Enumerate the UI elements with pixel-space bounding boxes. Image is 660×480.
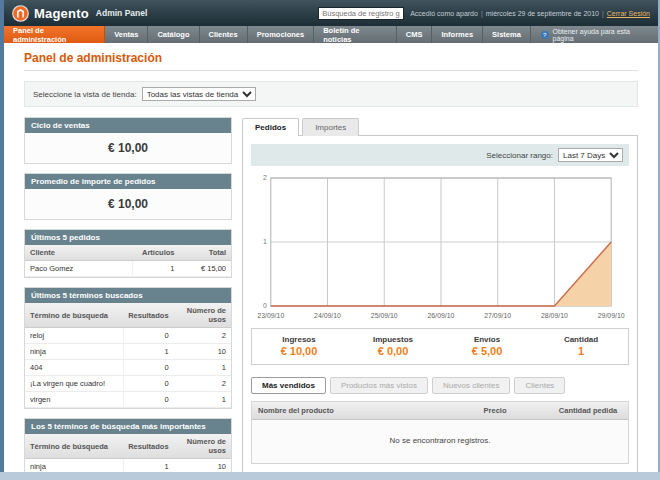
left-column: Ciclo de ventas € 10,00 Promedio de impo… (24, 117, 232, 472)
page-edge-left (0, 0, 4, 472)
average-order-title: Promedio de importe de pedidos (25, 174, 231, 189)
svg-text:28/09/10: 28/09/10 (541, 312, 568, 319)
svg-text:1: 1 (263, 238, 267, 245)
range-select[interactable]: Last 7 Days (558, 148, 623, 162)
nav-item-clientes[interactable]: Clientes (200, 26, 248, 43)
help-icon: ? (541, 31, 549, 39)
products-table: Nombre del producto Precio Cantidad pedi… (252, 402, 628, 463)
global-search-input[interactable] (318, 7, 404, 20)
range-bar: Seleccionar rango: Last 7 Days (251, 144, 629, 166)
nav-item-boletin[interactable]: Boletín de noticias (314, 26, 397, 43)
nav-item-catalogo[interactable]: Catálogo (148, 26, 199, 43)
lifetime-sales-value: € 10,00 (25, 133, 231, 163)
table-row: ninja110 (25, 344, 231, 360)
col-header: Cantidad pedida (553, 402, 628, 420)
empty-row: No se encontraron registros. (252, 420, 628, 464)
col-header: Término de búsqueda (25, 303, 123, 328)
col-header: Artículos (132, 245, 179, 261)
stat-value: € 10,00 (252, 345, 346, 357)
header-right: Accedió como apardo|miércoles 29 de sept… (318, 7, 650, 20)
last-orders-title: Últimos 5 pedidos (25, 230, 231, 245)
tab-pedidos[interactable]: Pedidos (242, 118, 299, 136)
tab-mas-vendidos[interactable]: Más vendidos (251, 377, 326, 394)
top-search-table: Término de búsqueda Resultados Número de… (25, 434, 231, 472)
tab-importes[interactable]: Importes (302, 118, 359, 136)
last-search-table: Término de búsqueda Resultados Número de… (25, 303, 231, 408)
stat-value: 1 (534, 345, 628, 357)
col-header: Número de usos (174, 434, 231, 459)
table-row: ¡La virgen que cuadro!02 (25, 376, 231, 392)
logo-text: Magento (34, 6, 89, 21)
content-area: Panel de administración Seleccione la vi… (4, 43, 658, 472)
col-header: Término de búsqueda (25, 434, 123, 459)
stat-label: Ingresos (252, 335, 346, 344)
dashboard-tab-content: Seleccionar rango: Last 7 Days 01223/09/… (242, 135, 638, 472)
logout-link[interactable]: Cerrar Sesión (607, 10, 650, 17)
tab-clientes[interactable]: Clientes (514, 377, 565, 394)
session-info: Accedió como apardo|miércoles 29 de sept… (410, 10, 650, 17)
bottom-tabs: Más vendidos Productos más vistos Nuevos… (251, 377, 629, 394)
stat-ingresos: Ingresos € 10,00 (252, 335, 346, 357)
svg-text:27/09/10: 27/09/10 (484, 312, 511, 319)
last-orders-panel: Últimos 5 pedidos Cliente Artículos Tota… (24, 229, 232, 278)
browser-viewport: Magento Admin Panel Accedió como apardo|… (0, 0, 660, 480)
stat-value: € 0,00 (346, 345, 440, 357)
stat-impuestos: Impuestos € 0,00 (346, 335, 440, 357)
svg-text:0: 0 (263, 302, 267, 309)
nav-item-cms[interactable]: CMS (397, 26, 433, 43)
nav-item-sistema[interactable]: Sistema (483, 26, 531, 43)
orders-chart-svg: 01223/09/1024/09/1025/09/1026/09/1027/09… (251, 172, 629, 322)
nav-item-promociones[interactable]: Promociones (248, 26, 315, 43)
col-header: Resultados (123, 303, 173, 328)
lifetime-sales-panel: Ciclo de ventas € 10,00 (24, 117, 232, 164)
tab-nuevos-clientes[interactable]: Nuevos clientes (432, 377, 510, 394)
nav-item-ventas[interactable]: Ventas (105, 26, 148, 43)
store-view-select[interactable]: Todas las vistas de tienda (142, 87, 256, 101)
right-column: Pedidos Importes Seleccionar rango: Last… (242, 117, 638, 472)
help-label: Obtener ayuda para esta página (553, 28, 649, 42)
help-link[interactable]: ? Obtener ayuda para esta página (531, 26, 658, 43)
tab-productos-mas-vistos[interactable]: Productos más vistos (330, 377, 428, 394)
stat-cantidad: Cantidad 1 (534, 335, 628, 357)
stat-value: € 5,00 (440, 345, 534, 357)
nav-item-dashboard[interactable]: Panel de administración (4, 26, 105, 43)
stats-box: Ingresos € 10,00 Impuestos € 0,00 Envíos… (251, 328, 629, 365)
magento-logo-icon (12, 5, 29, 22)
svg-text:2: 2 (263, 174, 267, 181)
main-nav: Panel de administración Ventas Catálogo … (4, 26, 658, 43)
col-header: Total (179, 245, 231, 261)
col-header: Número de usos (174, 303, 231, 328)
logged-in-as: Accedió como apardo (410, 10, 478, 17)
svg-text:25/09/10: 25/09/10 (371, 312, 398, 319)
svg-text:23/09/10: 23/09/10 (257, 312, 284, 319)
svg-text:26/09/10: 26/09/10 (428, 312, 455, 319)
page-title: Panel de administración (24, 51, 638, 71)
chart-tabs: Pedidos Importes (242, 117, 638, 135)
header-bar: Magento Admin Panel Accedió como apardo|… (4, 0, 658, 26)
empty-message: No se encontraron registros. (252, 420, 628, 464)
table-row: virgen01 (25, 392, 231, 408)
col-header: Cliente (25, 245, 132, 261)
average-order-panel: Promedio de importe de pedidos € 10,00 (24, 173, 232, 220)
separator: | (602, 10, 604, 17)
separator: | (481, 10, 483, 17)
table-row: reloj02 (25, 328, 231, 344)
stat-label: Cantidad (534, 335, 628, 344)
stat-label: Impuestos (346, 335, 440, 344)
svg-text:24/09/10: 24/09/10 (314, 312, 341, 319)
stat-label: Envíos (440, 335, 534, 344)
store-view-bar: Seleccione la vista de tienda: Todas las… (24, 81, 638, 107)
page-edge-bottom (0, 472, 660, 480)
stat-envios: Envíos € 5,00 (440, 335, 534, 357)
range-label: Seleccionar rango: (486, 151, 553, 160)
last-orders-table: Cliente Artículos Total Paco Gomez1€ 15,… (25, 245, 231, 277)
nav-item-informes[interactable]: Informes (432, 26, 483, 43)
col-header: Nombre del producto (252, 402, 478, 420)
store-view-label: Seleccione la vista de tienda: (33, 90, 137, 99)
col-header: Resultados (123, 434, 173, 459)
admin-page: Magento Admin Panel Accedió como apardo|… (4, 0, 658, 472)
logo-subtitle: Admin Panel (96, 8, 147, 18)
average-order-value: € 10,00 (25, 189, 231, 219)
products-table-wrap: Nombre del producto Precio Cantidad pedi… (251, 401, 629, 464)
table-row: 40401 (25, 360, 231, 376)
